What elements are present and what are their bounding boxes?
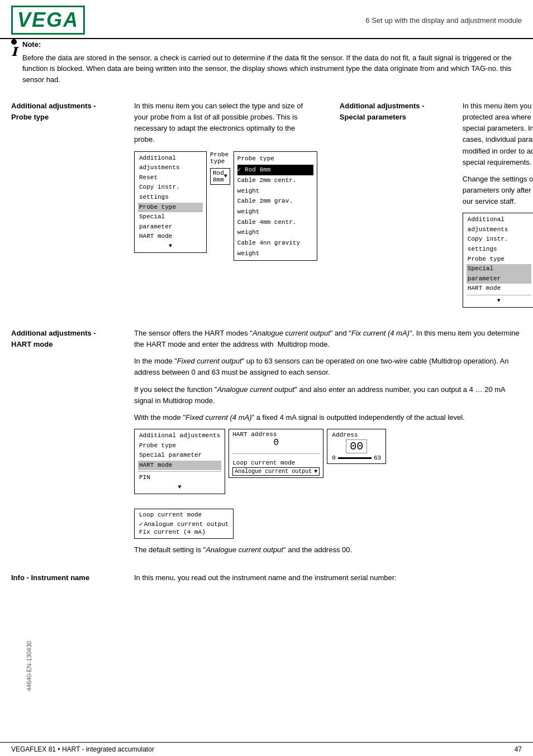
menu-item-hart: HART mode: [138, 232, 203, 242]
hart-menu-additional: Additional adjustments: [138, 431, 221, 441]
menu-item-special: Special parameter: [138, 212, 203, 232]
page-header: VEGA 6 Set up with the display and adjus…: [0, 0, 533, 39]
hart-address-title: HART address: [232, 431, 320, 438]
sp-menu-additional: Additional adjustments: [467, 215, 531, 235]
loop-mode-analogue[interactable]: Analogue current output: [139, 520, 229, 528]
address-max: 63: [374, 454, 381, 461]
hart-ui-row: Additional adjustments Probe type Specia…: [134, 429, 522, 494]
probe-list-item-4[interactable]: Cable 4nn gravity weight: [237, 238, 313, 259]
hart-menu-hart[interactable]: HART mode: [138, 461, 221, 471]
loop-mode-box: Loop current mode Analogue current outpu…: [134, 509, 234, 539]
hart-default-text: The default setting is "Analogue current…: [134, 544, 522, 556]
probe-type-heading: Additional adjustments - Probe type: [11, 101, 126, 122]
hart-loop-dropdown-value: Analogue current output: [235, 468, 312, 475]
hart-menu-box: Additional adjustments Probe type Specia…: [134, 429, 225, 494]
loop-mode-fix[interactable]: Fix current (4 mA): [139, 528, 229, 536]
address-slider-box: Address 00 0 63: [327, 429, 386, 464]
hart-address-box: HART address 0 Loop current mode Analogu…: [229, 429, 323, 478]
probe-list-item-2[interactable]: Cable 2mm grav. weight: [237, 196, 313, 217]
probe-dropdown-value: Rod 8mm: [213, 170, 224, 183]
special-params-left: Additional adjustments - Special paramet…: [340, 101, 463, 317]
hart-address-area: HART address 0 Loop current mode Analogu…: [229, 429, 323, 478]
note-body: Before the data are stored in the sensor…: [22, 54, 512, 84]
hart-menu-probe: Probe type: [138, 441, 221, 451]
note-box: 𝐈 Note: Before the data are stored in th…: [0, 39, 533, 85]
footer-left: VEGAFLEX 81 • HART - integrated accumula…: [11, 745, 154, 753]
menu-item-copy: Copy instr. settings: [138, 183, 203, 202]
menu-item-additional: Additional adjustments: [138, 154, 203, 173]
special-params-heading: Additional adjustments - Special paramet…: [340, 101, 454, 122]
note-dot-icon: [11, 39, 17, 45]
hart-menu-special: Special parameter: [138, 451, 221, 461]
header-title: 6 Set up with the display and adjustment…: [365, 16, 522, 25]
hart-loop-arrow-icon: ▼: [314, 468, 317, 475]
sp-menu-arrow: ▼: [467, 296, 531, 305]
probe-type-list-box: Probe type ✓ Rod 8mm Cable 2mm centr. we…: [234, 151, 317, 261]
probe-type-left: Additional adjustments - Probe type: [11, 101, 134, 317]
loop-mode-title: Loop current mode: [139, 511, 229, 518]
special-params-menu-box: Additional adjustments Copy instr. setti…: [463, 213, 533, 308]
sp-menu-probe: Probe type: [467, 255, 531, 265]
probe-type-dropdown-label: Probe type: [210, 151, 230, 165]
probe-type-body: In this menu item you can select the typ…: [134, 101, 317, 146]
main-content: Additional adjustments - Probe type In t…: [0, 101, 533, 328]
footer-right: 47: [515, 745, 522, 753]
probe-type-dropdown-select[interactable]: Rod 8mm ▼: [210, 168, 230, 185]
info-heading: Info - Instrument name: [11, 572, 126, 583]
hart-body-2: If you select the function "Analogue cur…: [134, 384, 522, 406]
sp-menu-hart: HART mode: [467, 284, 531, 294]
hart-loop-label: Loop current mode: [232, 460, 320, 466]
hart-mode-right: The sensor offers the HART modes "Analog…: [134, 328, 522, 561]
hart-body-1: In the mode "Fixed current output" up to…: [134, 356, 522, 378]
slider-track[interactable]: [338, 457, 372, 459]
address-min: 0: [332, 454, 336, 461]
probe-type-dropdown-area: Probe type Rod 8mm ▼: [210, 151, 230, 185]
note-i-icon: 𝐈: [12, 46, 16, 58]
special-params-ui-row: Additional adjustments Copy instr. setti…: [463, 213, 533, 308]
hart-mode-left: Additional adjustments - HART mode: [11, 328, 134, 561]
menu-item-reset: Reset: [138, 173, 203, 183]
hart-menu-arrow: ▼: [138, 483, 221, 492]
special-params-right: In this menu item you gain access to the…: [463, 101, 533, 317]
sp-menu-copy: Copy instr. settings: [467, 235, 531, 254]
address-slider-row: 0 63: [332, 454, 381, 461]
info-body: In this menu, you read out the instrumen…: [134, 572, 522, 583]
hart-mode-heading: Additional adjustments - HART mode: [11, 328, 126, 350]
note-title: Note:: [22, 39, 522, 50]
menu-arrow-down: ▼: [138, 242, 203, 251]
hart-loop-dropdown[interactable]: Analogue current output ▼: [232, 467, 320, 476]
probe-type-right: In this menu item you can select the typ…: [134, 101, 317, 317]
probe-type-ui-row: Additional adjustments Reset Copy instr.…: [134, 151, 317, 261]
sp-menu-special[interactable]: Special parameter: [467, 264, 531, 284]
note-content: Note: Before the data are stored in the …: [22, 39, 522, 85]
info-right: In this menu, you read out the instrumen…: [134, 572, 522, 589]
hart-body-0: The sensor offers the HART modes "Analog…: [134, 328, 522, 350]
probe-list-item-0[interactable]: ✓ Rod 8mm: [237, 165, 313, 175]
special-params-body-0: In this menu item you gain access to the…: [463, 101, 533, 168]
info-left: Info - Instrument name: [11, 572, 134, 589]
hart-address-value: 0: [232, 438, 320, 448]
hart-body-3: With the mode "Fixed current (4 mA)" a f…: [134, 412, 522, 423]
vega-logo: VEGA: [11, 6, 85, 35]
menu-item-probe-type[interactable]: Probe type: [138, 203, 203, 213]
probe-dropdown-arrow-icon: ▼: [224, 173, 227, 179]
probe-list-item-3[interactable]: Cable 4mm centr. weight: [237, 217, 313, 238]
margin-label: 44640-EN-130430: [26, 641, 32, 691]
note-icon-area: 𝐈: [11, 39, 17, 58]
address-value: 00: [346, 439, 367, 453]
special-params-body-1: Change the settings of the special param…: [463, 174, 533, 207]
probe-list-item-1[interactable]: Cable 2mm centr. weight: [237, 175, 313, 196]
probe-type-menu-box: Additional adjustments Reset Copy instr.…: [134, 151, 207, 253]
address-title: Address: [332, 432, 381, 438]
page-footer: VEGAFLEX 81 • HART - integrated accumula…: [0, 742, 533, 756]
probe-list-title: Probe type: [237, 154, 313, 164]
hart-menu-pin: PIN: [138, 473, 221, 483]
